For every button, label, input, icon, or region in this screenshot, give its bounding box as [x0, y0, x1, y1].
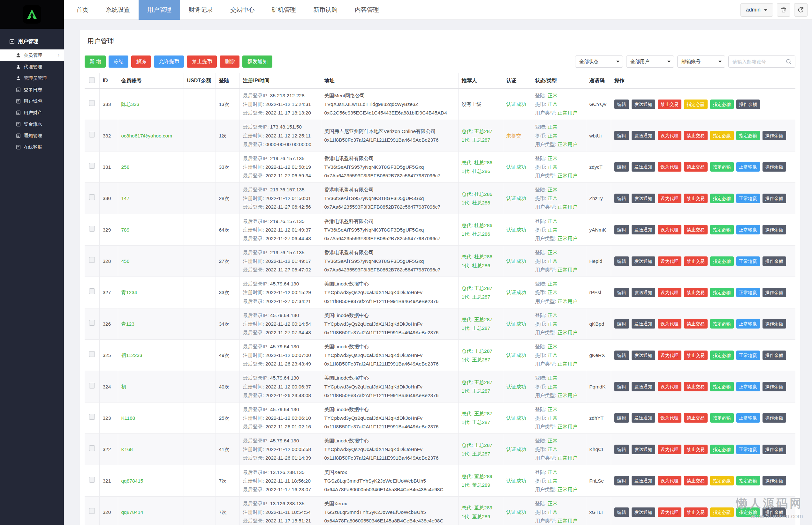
- sidebar-item-登录日志[interactable]: 登录日志: [0, 84, 64, 95]
- action-balance-button[interactable]: 操作余额: [763, 194, 786, 203]
- action-balance-button[interactable]: 操作余额: [763, 162, 786, 171]
- row-checkbox[interactable]: [89, 257, 95, 263]
- nav-tab-财务记录[interactable]: 财务记录: [180, 0, 222, 20]
- action-lose-button[interactable]: 指定必输: [710, 288, 734, 297]
- action-agent-button[interactable]: 设为代理: [658, 413, 681, 423]
- member-account-link[interactable]: 789: [121, 227, 130, 232]
- action-edit-button[interactable]: 编辑: [614, 194, 629, 203]
- sidebar-item-资金流水[interactable]: 资金流水: [0, 118, 64, 130]
- action-edit-button[interactable]: 编辑: [614, 413, 629, 423]
- sidebar-item-代理管理[interactable]: 代理管理: [0, 61, 64, 72]
- action-balance-button[interactable]: 操作余额: [736, 100, 760, 109]
- 新 增-button[interactable]: 新 增: [85, 56, 106, 68]
- action-agent-button[interactable]: 设为代理: [658, 225, 681, 235]
- action-agent-button[interactable]: 设为代理: [658, 162, 681, 171]
- sidebar-item-通知管理[interactable]: 通知管理: [0, 130, 64, 141]
- member-account-link[interactable]: 青1234: [121, 290, 137, 295]
- action-agent-button[interactable]: 设为代理: [658, 476, 681, 485]
- action-ban-button[interactable]: 禁止交易: [684, 256, 708, 266]
- action-win-button[interactable]: 指定必赢: [684, 100, 708, 109]
- sidebar-item-用户钱包[interactable]: 用户钱包: [0, 95, 64, 107]
- action-lose-button[interactable]: 指定必输: [710, 413, 734, 423]
- nav-tab-新币认购[interactable]: 新币认购: [305, 0, 346, 20]
- action-notify-button[interactable]: 发送通知: [632, 162, 655, 171]
- action-balance-button[interactable]: 操作余额: [763, 476, 786, 485]
- sidebar-item-会员管理[interactable]: 会员管理›: [0, 49, 64, 61]
- action-lose-button[interactable]: 指定必输: [736, 131, 760, 140]
- action-ban-button[interactable]: 禁止交易: [684, 445, 708, 454]
- action-win-button[interactable]: 指定必赢: [710, 476, 734, 485]
- action-ban-button[interactable]: 禁止交易: [684, 350, 708, 360]
- row-checkbox[interactable]: [89, 163, 95, 169]
- search-input[interactable]: [733, 59, 786, 64]
- member-account-link[interactable]: K168: [121, 447, 133, 452]
- action-notify-button[interactable]: 发送通知: [632, 319, 655, 329]
- 解冻-button[interactable]: 解冻: [131, 56, 151, 68]
- action-notify-button[interactable]: 发送通知: [632, 225, 655, 235]
- action-balance-button[interactable]: 操作余额: [763, 445, 786, 454]
- action-lose-button[interactable]: 指定必输: [710, 350, 734, 360]
- sidebar-item-管理员管理[interactable]: 管理员管理: [0, 72, 64, 84]
- action-agent-button[interactable]: 设为代理: [658, 445, 681, 454]
- action-lose-button[interactable]: 指定必输: [710, 194, 734, 203]
- row-checkbox[interactable]: [89, 445, 95, 451]
- action-balance-button[interactable]: 操作余额: [763, 288, 786, 297]
- action-edit-button[interactable]: 编辑: [614, 100, 629, 109]
- action-normal-button[interactable]: 正常输赢: [736, 162, 760, 171]
- action-agent-button[interactable]: 设为代理: [658, 508, 681, 517]
- nav-tab-用户管理[interactable]: 用户管理: [139, 0, 180, 20]
- action-ban-button[interactable]: 禁止交易: [684, 162, 708, 171]
- action-ban-button[interactable]: 禁止交易: [684, 508, 708, 517]
- row-checkbox[interactable]: [89, 132, 95, 137]
- action-edit-button[interactable]: 编辑: [614, 476, 629, 485]
- action-lose-button[interactable]: 指定必输: [710, 382, 734, 391]
- action-agent-button[interactable]: 设为代理: [658, 131, 681, 140]
- sidebar-item-用户财产[interactable]: 用户财产: [0, 107, 64, 118]
- action-balance-button[interactable]: 操作余额: [763, 350, 786, 360]
- member-account-link[interactable]: K1168: [121, 415, 135, 421]
- 允许提币-button[interactable]: 允许提币: [154, 56, 184, 68]
- action-lose-button[interactable]: 指定必输: [710, 100, 734, 109]
- action-balance-button[interactable]: 操作余额: [763, 413, 786, 423]
- select-all-checkbox[interactable]: [89, 77, 95, 83]
- action-balance-button[interactable]: 操作余额: [763, 131, 786, 140]
- action-normal-button[interactable]: 正常输赢: [736, 445, 760, 454]
- action-notify-button[interactable]: 发送通知: [632, 256, 655, 266]
- action-ban-button[interactable]: 禁止交易: [684, 476, 708, 485]
- action-notify-button[interactable]: 发送通知: [632, 288, 655, 297]
- action-lose-button[interactable]: 指定必输: [710, 225, 734, 235]
- member-account-link[interactable]: oc8ho617@yahoo.com: [121, 133, 172, 138]
- action-notify-button[interactable]: 发送通知: [632, 476, 655, 485]
- action-edit-button[interactable]: 编辑: [614, 382, 629, 391]
- action-normal-button[interactable]: 正常输赢: [736, 225, 760, 235]
- nav-tab-内容管理[interactable]: 内容管理: [346, 0, 388, 20]
- 禁止提币-button[interactable]: 禁止提币: [187, 56, 217, 68]
- action-edit-button[interactable]: 编辑: [614, 131, 629, 140]
- row-checkbox[interactable]: [89, 351, 95, 357]
- searchfield-filter-select[interactable]: 邮箱账号: [677, 56, 725, 68]
- action-ban-button[interactable]: 禁止交易: [684, 288, 708, 297]
- action-edit-button[interactable]: 编辑: [614, 256, 629, 266]
- action-balance-button[interactable]: 操作余额: [763, 225, 786, 235]
- 冻结-button[interactable]: 冻结: [108, 56, 128, 68]
- action-notify-button[interactable]: 发送通知: [632, 445, 655, 454]
- action-normal-button[interactable]: 正常输赢: [736, 382, 760, 391]
- action-lose-button[interactable]: 指定必输: [710, 319, 734, 329]
- member-account-link[interactable]: 陈总333: [121, 102, 140, 107]
- action-ban-button[interactable]: 禁止交易: [684, 225, 708, 235]
- search-icon[interactable]: [786, 59, 792, 65]
- action-ban-button[interactable]: 禁止交易: [684, 194, 708, 203]
- nav-tab-矿机管理[interactable]: 矿机管理: [263, 0, 305, 20]
- member-account-link[interactable]: 456: [121, 258, 130, 264]
- action-normal-button[interactable]: 正常输赢: [736, 288, 760, 297]
- row-checkbox[interactable]: [89, 100, 95, 106]
- action-agent-button[interactable]: 设为代理: [658, 194, 681, 203]
- action-notify-button[interactable]: 发送通知: [632, 100, 655, 109]
- action-ban-button[interactable]: 禁止交易: [684, 382, 708, 391]
- row-checkbox[interactable]: [89, 226, 95, 231]
- action-notify-button[interactable]: 发送通知: [632, 382, 655, 391]
- row-checkbox[interactable]: [89, 477, 95, 483]
- row-checkbox[interactable]: [89, 288, 95, 294]
- trash-button[interactable]: [777, 3, 790, 17]
- action-normal-button[interactable]: 正常输赢: [736, 194, 760, 203]
